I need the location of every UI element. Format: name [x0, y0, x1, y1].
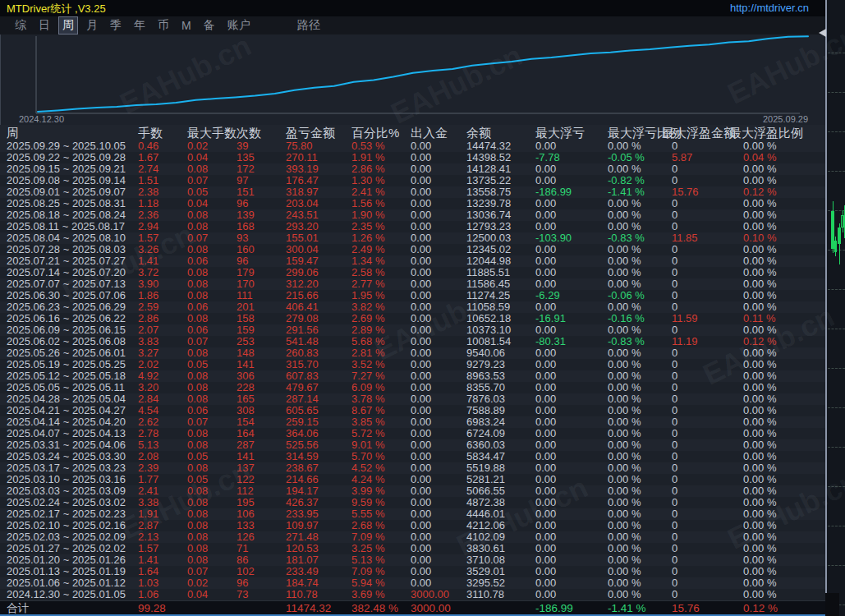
- table-cell: 179: [237, 267, 255, 278]
- total-cell: 11474.32: [286, 601, 331, 615]
- website-link[interactable]: http://mtdriver.cn: [730, 2, 809, 14]
- table-cell: 11274.25: [466, 290, 510, 301]
- table-cell: 605.65: [286, 405, 319, 416]
- table-cell: 0.00: [411, 186, 431, 198]
- menu-item-7[interactable]: 币: [154, 17, 172, 34]
- table-cell: 181.07: [286, 554, 319, 566]
- menu-items: 综日周月季年币M备账户: [11, 17, 259, 34]
- table-cell: 0: [672, 301, 677, 313]
- table-cell: 0: [672, 347, 677, 359]
- table-cell: 0: [672, 267, 677, 278]
- table-cell: 0.00: [411, 416, 431, 428]
- table-cell: 2025.07.14 ~ 2025.07.20: [7, 267, 126, 278]
- table-cell: 0.00: [411, 175, 431, 186]
- table-cell: 184.74: [286, 577, 319, 589]
- table-cell: 0.00: [535, 554, 556, 566]
- table-cell: 5.55 %: [351, 508, 384, 520]
- table-cell: 3.99 %: [351, 485, 384, 497]
- table-row: 2025.02.17 ~ 2025.02.231.910.08106233.95…: [0, 508, 825, 520]
- table-cell: 7.09 %: [351, 566, 384, 577]
- table-cell: 0.02: [187, 577, 208, 589]
- table-cell: 2025.05.26 ~ 2025.06.01: [7, 347, 126, 359]
- table-cell: 2.68 %: [351, 520, 384, 531]
- table-cell: 2.39: [138, 462, 158, 474]
- table-cell: 0.05: [187, 186, 208, 198]
- table-cell: 9.01 %: [351, 439, 384, 451]
- menu-item-path[interactable]: 路径: [294, 17, 324, 34]
- table-cell: 0.00 %: [743, 439, 776, 451]
- table-cell: 13036.74: [466, 209, 511, 221]
- table-cell: 139: [237, 209, 255, 221]
- table-cell: 0.00: [411, 313, 431, 324]
- table-cell: 0.00 %: [608, 359, 641, 370]
- table-cell: 2.78: [138, 428, 158, 439]
- menu-item-1[interactable]: 综: [11, 17, 30, 34]
- table-cell: 0: [672, 221, 677, 232]
- table-cell: 0.00 %: [743, 255, 776, 267]
- grid-dash-line: [828, 53, 845, 53]
- equity-chart: 2024.12.30 2025.09.29: [0, 34, 826, 125]
- table-row: 2025.09.29 ~ 2025.10.050.460.023975.800.…: [0, 140, 825, 152]
- table-row: 2025.05.05 ~ 2025.05.113.200.08228479.67…: [0, 382, 825, 393]
- table-cell: 2025.07.07 ~ 2025.07.13: [7, 278, 126, 290]
- table-cell: 0.00: [411, 347, 431, 359]
- table-row: 2025.03.10 ~ 2025.03.161.770.05122214.66…: [0, 474, 825, 485]
- table-cell: 2025.05.05 ~ 2025.05.11: [7, 382, 125, 393]
- table-cell: 170: [237, 278, 255, 290]
- table-cell: -0.06 %: [608, 290, 645, 301]
- table-cell: 2.84: [138, 393, 158, 405]
- table-row: 2025.01.27 ~ 2025.02.021.570.0871120.533…: [0, 543, 825, 554]
- table-cell: 0: [672, 140, 677, 152]
- table-cell: 93: [237, 232, 248, 244]
- table-cell: 168: [237, 221, 255, 232]
- menu-item-8[interactable]: M: [178, 18, 195, 33]
- table-cell: 5.13: [138, 439, 158, 451]
- table-cell: 479.67: [286, 382, 319, 393]
- table-cell: 6983.24: [466, 416, 505, 428]
- table-cell: 0.00: [411, 336, 431, 347]
- table-cell: 0.08: [187, 462, 208, 474]
- menu-item-2[interactable]: 日: [35, 17, 53, 34]
- table-cell: 2025.05.19 ~ 2025.05.25: [7, 359, 126, 370]
- table-cell: 2.38: [138, 186, 158, 198]
- table-cell: 2025.01.27 ~ 2025.02.02: [7, 543, 126, 554]
- table-cell: 2025.04.07 ~ 2025.04.13: [7, 428, 126, 439]
- table-cell: 112: [237, 485, 254, 497]
- table-cell: 300.04: [286, 244, 319, 255]
- table-cell: 0.00: [411, 221, 431, 232]
- table-cell: 1.91 %: [351, 152, 384, 163]
- table-cell: 253: [237, 336, 255, 347]
- menu-item-4[interactable]: 月: [83, 17, 101, 34]
- table-cell: 0.00 %: [743, 531, 776, 543]
- menu-bar: 综日周月季年币M备账户 路径: [0, 16, 825, 34]
- menu-item-10[interactable]: 账户: [224, 17, 254, 34]
- table-cell: 0.08: [187, 520, 208, 531]
- menu-item-3[interactable]: 周: [59, 17, 77, 34]
- table-cell: 0.00 %: [608, 255, 641, 267]
- table-cell: 203.04: [286, 198, 319, 209]
- table-cell: 0: [672, 393, 677, 405]
- total-cell: 382.48 %: [351, 601, 398, 615]
- menu-item-5[interactable]: 季: [107, 17, 125, 34]
- table-cell: 2025.04.28 ~ 2025.05.04: [7, 393, 126, 405]
- table-cell: 159: [237, 324, 255, 336]
- table-cell: -0.05 %: [608, 152, 645, 163]
- equity-curve-line: [38, 36, 808, 112]
- table-cell: 0.00: [411, 439, 431, 451]
- table-cell: 122: [237, 474, 255, 485]
- chart-start-date-label: 2024.12.30: [19, 114, 64, 124]
- table-cell: 0: [672, 497, 677, 508]
- table-cell: 2.41 %: [351, 186, 384, 198]
- table-cell: 3.69 %: [351, 589, 384, 600]
- menu-item-9[interactable]: 备: [200, 17, 218, 34]
- table-cell: 299.06: [286, 267, 319, 278]
- menu-item-6[interactable]: 年: [131, 17, 149, 34]
- table-cell: 0.08: [187, 244, 208, 255]
- table-cell: 3.27: [138, 347, 158, 359]
- table-cell: 0.08: [187, 508, 208, 520]
- table-cell: 0: [672, 324, 677, 336]
- panel-collapse-arrow-icon[interactable]: [819, 29, 826, 37]
- table-cell: 271.48: [286, 531, 319, 543]
- table-cell: 0.00 %: [608, 462, 641, 474]
- table-cell: 0.00: [535, 278, 556, 290]
